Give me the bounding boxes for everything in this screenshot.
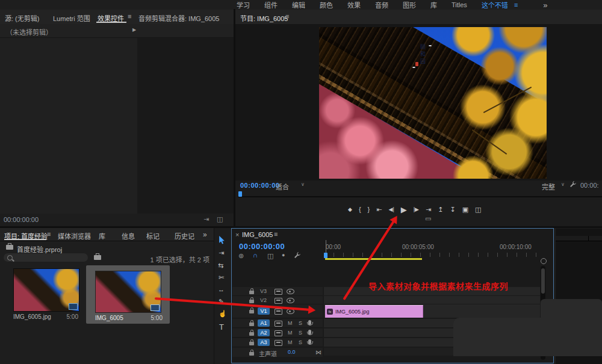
linked-selection-icon[interactable]: ◫ xyxy=(267,252,273,260)
selection-tool[interactable] xyxy=(219,236,226,244)
toggle-track-visibility-icon[interactable] xyxy=(287,298,294,303)
track-name[interactable]: V3 xyxy=(260,288,267,294)
comparison-view-button[interactable]: ◫ xyxy=(475,206,481,214)
step-forward-button[interactable]: |▶ xyxy=(414,206,419,212)
timeline-clip[interactable]: fx IMG_6005.jpg xyxy=(325,305,423,318)
source-patch-a3[interactable]: A3 xyxy=(258,339,270,346)
menu-item-libraries[interactable]: 库 xyxy=(430,0,437,10)
scrollbar-thumb[interactable] xyxy=(541,268,545,294)
track-output-icon[interactable] xyxy=(275,321,282,327)
project-panel-menu-icon[interactable]: ≡ xyxy=(47,230,51,238)
add-marker-button[interactable]: ◆ xyxy=(348,206,352,212)
fit-sequence-icon[interactable]: ⋈ xyxy=(315,349,321,356)
solo-button[interactable]: S xyxy=(299,339,302,345)
track-select-tool[interactable]: ⇥ xyxy=(219,249,224,257)
program-panel-menu-icon[interactable]: ≡ xyxy=(285,13,289,20)
track-output-icon[interactable] xyxy=(275,289,282,295)
hand-tool[interactable]: ☝ xyxy=(219,310,227,318)
toggle-track-visibility-icon[interactable] xyxy=(287,289,294,294)
lock-icon[interactable] xyxy=(249,332,254,336)
menu-item-effects[interactable]: 效果 xyxy=(347,0,361,10)
timeline-timecode[interactable]: 00:00:00:00 xyxy=(239,242,285,251)
project-item-label[interactable]: IMG_6005.jpg xyxy=(13,313,51,320)
menu-item-assembly[interactable]: 组件 xyxy=(264,0,278,10)
tab-source-monitor[interactable]: 源: (无剪辑) xyxy=(5,13,39,23)
timeline-panel-menu-icon[interactable]: ≡ xyxy=(274,230,278,238)
tab-markers[interactable]: 标记 xyxy=(146,231,160,241)
add-marker-icon[interactable]: ● xyxy=(282,252,285,258)
timeline-ruler[interactable] xyxy=(324,253,541,257)
play-around-icon[interactable]: ⇥ xyxy=(203,215,209,223)
slip-tool[interactable]: ↔ xyxy=(218,286,225,293)
settings-wrench-icon[interactable] xyxy=(569,180,577,188)
nest-icon[interactable]: ⊛ xyxy=(238,252,244,260)
safe-margins-button[interactable]: ▭ xyxy=(425,215,431,223)
tab-history[interactable]: 历史记 xyxy=(175,231,194,241)
project-item-thumbnail[interactable] xyxy=(13,268,79,312)
loop-icon[interactable]: ◫ xyxy=(217,215,223,223)
solo-button[interactable]: S xyxy=(299,330,302,336)
effect-controls-panel-menu-icon[interactable]: ≡ xyxy=(128,13,131,20)
menu-item-audio[interactable]: 音频 xyxy=(375,0,388,10)
menu-item-learn[interactable]: 学习 xyxy=(237,0,250,10)
project-tabs-overflow-icon[interactable]: » xyxy=(203,230,207,239)
solo-button[interactable]: S xyxy=(299,320,302,326)
tab-libraries[interactable]: 库 xyxy=(99,231,105,241)
tab-lumetri-scopes[interactable]: Lumetri 范围 xyxy=(53,13,90,23)
extract-button[interactable]: ↧ xyxy=(450,206,455,214)
project-bin-name[interactable]: 首度经验.prproj xyxy=(17,244,62,254)
playback-resolution-select[interactable]: 完整 xyxy=(542,182,555,191)
track-output-icon[interactable] xyxy=(275,330,282,336)
program-scrubber-track[interactable] xyxy=(238,196,602,197)
razor-tool[interactable]: ✄ xyxy=(219,274,224,282)
timeline-zoom-knob[interactable] xyxy=(541,258,547,264)
track-name[interactable]: V2 xyxy=(260,297,267,303)
lift-button[interactable]: ↥ xyxy=(438,206,443,214)
program-playhead[interactable] xyxy=(238,191,242,197)
ripple-edit-tool[interactable]: ⇆ xyxy=(218,262,223,270)
source-patch-a1[interactable]: A1 xyxy=(258,319,270,327)
menu-item-titles[interactable]: Titles xyxy=(452,1,467,8)
menu-item-editing[interactable]: 编辑 xyxy=(292,0,305,10)
workspace-current[interactable]: 这个不错 xyxy=(482,0,508,10)
mute-button[interactable]: M xyxy=(288,320,293,326)
tab-audio-clip-mixer[interactable]: 音频剪辑混合器: IMG_6005 xyxy=(138,13,219,23)
snap-icon[interactable]: ∩ xyxy=(253,251,258,259)
mute-button[interactable]: M xyxy=(288,339,293,345)
project-item-label[interactable]: IMG_6005 xyxy=(95,315,123,321)
tab-media-browser[interactable]: 媒体浏览器 xyxy=(58,231,91,241)
track-lane-v2[interactable] xyxy=(324,296,540,304)
voiceover-record-icon[interactable] xyxy=(308,320,311,325)
play-button[interactable]: ▶ xyxy=(401,205,407,214)
timeline-tab-close-icon[interactable]: × xyxy=(235,231,239,238)
lock-icon[interactable] xyxy=(249,352,254,356)
workspace-menu-icon[interactable]: ≡ xyxy=(514,1,518,8)
mark-out-button[interactable]: } xyxy=(368,206,370,213)
timeline-settings-wrench-icon[interactable] xyxy=(294,251,301,259)
lock-icon[interactable] xyxy=(249,300,254,303)
project-item-thumbnail[interactable] xyxy=(95,271,161,313)
export-frame-button[interactable]: ▣ xyxy=(462,206,468,214)
workspace-overflow-icon[interactable]: » xyxy=(543,1,547,10)
mark-in-button[interactable]: { xyxy=(359,206,361,213)
source-patch-a2[interactable]: A2 xyxy=(258,329,270,336)
expand-arrow-icon[interactable]: ▶ xyxy=(132,27,136,32)
work-area-bar[interactable] xyxy=(325,258,422,260)
source-patch-v1[interactable]: V1 xyxy=(258,307,270,315)
track-output-icon[interactable] xyxy=(275,309,282,315)
master-level-value[interactable]: 0.0 xyxy=(288,349,296,355)
tab-program-monitor[interactable]: 节目: IMG_6005 xyxy=(240,13,288,23)
new-bin-icon[interactable] xyxy=(94,255,101,260)
tab-info[interactable]: 信息 xyxy=(122,231,135,241)
mute-button[interactable]: M xyxy=(288,330,293,336)
tab-timeline-sequence[interactable]: IMG_6005 xyxy=(242,231,273,238)
lock-icon[interactable] xyxy=(249,310,254,313)
zoom-level-select[interactable]: 适合 xyxy=(276,182,289,191)
lock-icon[interactable] xyxy=(249,322,254,326)
program-current-timecode[interactable]: 00:00:00:00 xyxy=(240,182,279,189)
menu-item-graphics[interactable]: 图形 xyxy=(403,0,416,10)
step-back-button[interactable]: ◀| xyxy=(389,206,394,212)
go-to-in-button[interactable]: ⇤ xyxy=(376,206,382,214)
go-to-out-button[interactable]: ⇥ xyxy=(426,206,431,214)
voiceover-record-icon[interactable] xyxy=(308,330,311,335)
